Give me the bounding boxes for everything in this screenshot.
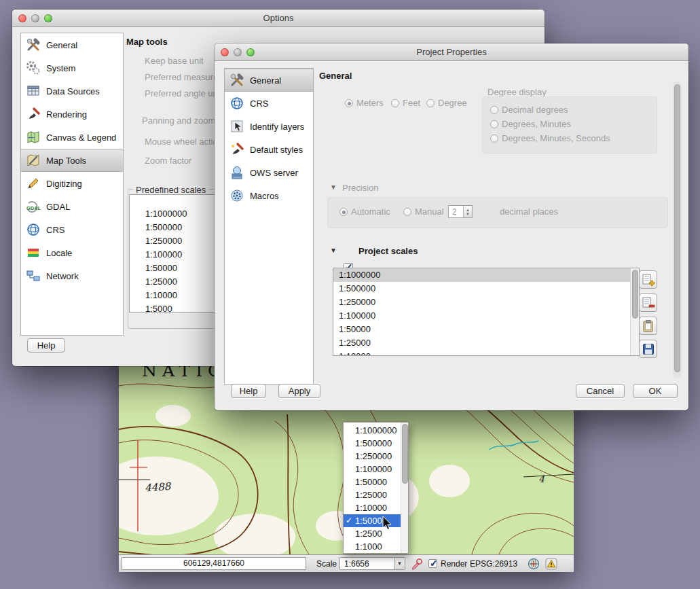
sidebar-item-label: Rendering xyxy=(46,109,87,120)
popup-scale-item[interactable]: 1:25000 xyxy=(344,488,408,501)
dialog-scrollbar[interactable] xyxy=(673,82,682,378)
sidebar-item-label: General xyxy=(46,40,77,50)
map-tools-icon xyxy=(26,153,41,168)
degree-radio[interactable]: Degree xyxy=(426,98,467,108)
paintbrush-icon xyxy=(229,142,244,157)
meters-radio[interactable]: Meters xyxy=(345,98,384,108)
help-button[interactable]: Help xyxy=(27,338,65,353)
scale-item-selected[interactable]: 1:1000000 xyxy=(333,268,639,282)
feet-radio[interactable]: Feet xyxy=(391,98,420,108)
popup-scale-item[interactable]: 1:50000 xyxy=(344,476,408,488)
popup-scale-item-selected[interactable]: ✓ 1:5000 xyxy=(344,514,408,527)
sidebar-item-label: Digitizing xyxy=(46,179,82,189)
copy-scales-button[interactable] xyxy=(639,317,657,335)
scale-item[interactable]: 1:50000 xyxy=(333,323,639,336)
precision-label: Precision xyxy=(342,183,378,193)
scale-item[interactable]: 1:25000 xyxy=(333,336,639,350)
sidebar-item-rendering[interactable]: Rendering xyxy=(21,103,123,126)
apply-button[interactable]: Apply xyxy=(278,384,320,398)
minimize-button[interactable] xyxy=(31,14,39,22)
dialog-scrollbar-thumb[interactable] xyxy=(674,84,680,372)
precision-disclosure-icon[interactable]: ▼ xyxy=(330,183,337,191)
pp-sidebar-item-general[interactable]: General xyxy=(225,69,313,92)
options-title: Options xyxy=(263,13,294,23)
scale-item[interactable]: 1:100000 xyxy=(333,309,639,323)
sidebar-item-system[interactable]: System xyxy=(21,56,123,79)
chevron-down-icon: ▼ xyxy=(397,560,403,567)
close-button[interactable] xyxy=(18,14,26,22)
remove-scale-button[interactable] xyxy=(639,293,657,312)
zoom-factor-label: Zoom factor xyxy=(145,156,191,166)
popup-scrollbar[interactable] xyxy=(401,423,408,553)
degrees-minutes-radio[interactable]: Degrees, Minutes xyxy=(490,119,571,129)
manual-radio[interactable]: Manual xyxy=(403,207,444,217)
automatic-radio[interactable]: Automatic xyxy=(339,207,390,217)
help-button[interactable]: Help xyxy=(231,384,266,398)
popup-scale-item[interactable]: 1:1000000 xyxy=(344,424,408,437)
scrollbar-thumb[interactable] xyxy=(632,270,638,319)
zoom-button[interactable] xyxy=(246,48,255,56)
popup-scale-item[interactable]: 1:250000 xyxy=(344,450,408,463)
popup-scrollbar-thumb[interactable] xyxy=(402,424,408,484)
locale-flag-icon xyxy=(26,245,41,260)
sidebar-item-locale[interactable]: Locale xyxy=(21,241,123,264)
pp-sidebar-item-default-styles[interactable]: Default styles xyxy=(225,138,313,161)
pp-sidebar-item-ows-server[interactable]: OWS server xyxy=(225,161,313,184)
sidebar-item-label: Identify layers xyxy=(250,122,304,132)
svg-text:GDAL: GDAL xyxy=(26,205,41,211)
window-controls xyxy=(221,48,255,56)
popup-scale-item[interactable]: 1:100000 xyxy=(344,463,408,476)
radio-circle xyxy=(426,99,435,107)
ok-button[interactable]: OK xyxy=(633,384,678,398)
globe-icon xyxy=(229,96,244,111)
pp-sidebar-item-identify-layers[interactable]: Identify layers xyxy=(225,115,313,138)
radio-label: Automatic xyxy=(351,207,390,217)
coordinate-display[interactable]: 606129,4817660 xyxy=(122,557,306,570)
options-titlebar[interactable]: Options xyxy=(12,10,545,27)
sidebar-item-digitizing[interactable]: Digitizing xyxy=(21,172,123,195)
sidebar-item-gdal[interactable]: GDAL GDAL xyxy=(21,195,123,218)
popup-scale-item[interactable]: 1:10000 xyxy=(344,501,408,514)
sidebar-item-crs[interactable]: CRS xyxy=(21,218,123,241)
decimal-degrees-radio[interactable]: Decimal degrees xyxy=(490,105,568,115)
sidebar-item-canvas-legend[interactable]: Canvas & Legend xyxy=(21,126,123,149)
add-scale-button[interactable] xyxy=(639,270,657,289)
project-scales-disclosure-icon[interactable]: ▼ xyxy=(330,247,337,254)
project-scales-list[interactable]: 1:1000000 1:500000 1:250000 1:100000 1:5… xyxy=(333,268,640,356)
decimal-places-spinner[interactable]: 2 ▲▼ xyxy=(448,205,473,218)
sidebar-item-map-tools[interactable]: Map Tools xyxy=(21,149,123,172)
crs-status-icon[interactable] xyxy=(528,558,540,570)
scale-combobox[interactable]: 1:6656 ▼ xyxy=(339,557,405,570)
save-scales-button[interactable] xyxy=(639,340,657,358)
map-label-right: 4 xyxy=(538,474,545,484)
scrollbar[interactable] xyxy=(630,268,639,355)
render-checkbox[interactable] xyxy=(428,559,437,568)
minimize-button[interactable] xyxy=(234,48,242,56)
sidebar-item-data-sources[interactable]: Data Sources xyxy=(21,79,123,103)
popup-scale-item[interactable]: 1:500000 xyxy=(344,437,408,450)
spinner-arrows-icon[interactable]: ▲▼ xyxy=(463,206,472,217)
zoom-button[interactable] xyxy=(44,14,52,22)
close-button[interactable] xyxy=(221,48,229,56)
options-section-header: Map tools xyxy=(126,37,168,47)
scale-item[interactable]: 1:250000 xyxy=(333,296,639,309)
radio-circle xyxy=(490,135,498,143)
scale-combobox-button[interactable]: ▼ xyxy=(394,558,405,569)
popup-scale-item[interactable]: 1:2500 xyxy=(344,527,408,540)
degrees-minutes-seconds-radio[interactable]: Degrees, Minutes, Seconds xyxy=(490,133,610,143)
sidebar-item-network[interactable]: Network xyxy=(21,264,123,287)
sidebar-item-general[interactable]: General xyxy=(21,33,123,56)
project-properties-titlebar[interactable]: Project Properties xyxy=(215,43,688,61)
scale-item[interactable]: 1:10000 xyxy=(333,350,639,356)
cancel-button[interactable]: Cancel xyxy=(576,384,625,398)
pp-sidebar-item-crs[interactable]: CRS xyxy=(225,92,313,115)
map-clearing xyxy=(429,465,470,497)
sidebar-item-label: CRS xyxy=(46,225,65,235)
scale-item[interactable]: 1:500000 xyxy=(333,282,639,296)
radio-label: Degrees, Minutes xyxy=(502,119,571,129)
status-bar: 606129,4817660 Scale 1:6656 ▼ Render EPS… xyxy=(119,554,574,572)
annotation-pen-icon[interactable] xyxy=(411,558,423,570)
messages-icon[interactable] xyxy=(545,558,557,570)
pp-sidebar-item-macros[interactable]: Macros xyxy=(225,184,313,207)
popup-scale-item[interactable]: 1:1000 xyxy=(344,540,408,553)
